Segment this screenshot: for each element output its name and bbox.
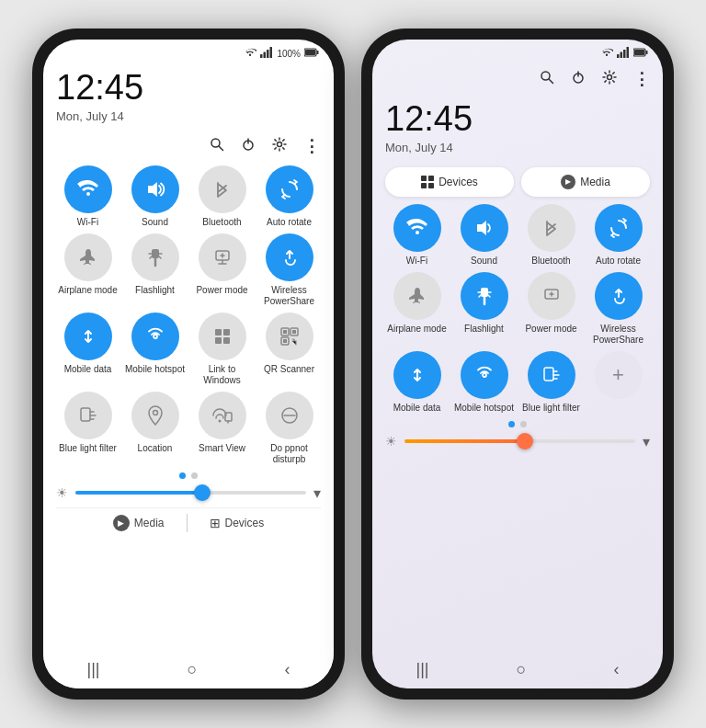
devices-grid-icon-left: ⊞ (210, 516, 221, 530)
nav-recent-right[interactable]: ‹ (613, 660, 619, 679)
qs-smartview-left[interactable]: Smart View (190, 392, 254, 465)
qs-wifi-right[interactable]: Wi-Fi (385, 204, 449, 267)
svg-rect-5 (305, 50, 315, 55)
qs-sound-label-left: Sound (142, 217, 168, 228)
toolbar-right: ⋮ (385, 63, 650, 95)
qs-autorotate-right[interactable]: Auto rotate (586, 204, 650, 267)
nav-back-left[interactable]: ||| (87, 660, 100, 679)
qs-location-left[interactable]: Location (123, 392, 187, 465)
qs-flashlight-left[interactable]: Flashlight (123, 233, 187, 307)
svg-rect-15 (215, 329, 222, 336)
more-icon-right[interactable]: ⋮ (633, 69, 650, 89)
qs-airplane-label-right: Airplane mode (387, 324, 446, 335)
wifi-icon (244, 48, 256, 59)
tab-devices-right[interactable]: Devices (385, 167, 514, 197)
qs-dnd-label-left: Do ppnot disturpb (257, 443, 321, 465)
svg-rect-24 (283, 339, 287, 343)
media-btn-left[interactable]: ▶ Media (113, 515, 165, 531)
nav-back-right[interactable]: ||| (416, 660, 429, 679)
wifi-icon-right (600, 48, 613, 59)
svg-rect-33 (623, 50, 626, 58)
svg-rect-34 (627, 47, 630, 58)
more-icon-left[interactable]: ⋮ (303, 136, 321, 156)
qs-qr-left[interactable]: QR Scanner (257, 313, 321, 386)
search-icon-right[interactable] (540, 70, 554, 88)
phone-left: 100% 12:45 Mon, July 14 (32, 28, 345, 700)
brightness-icon-left: ☀ (56, 485, 68, 500)
devices-btn-left[interactable]: ⊞ Devices (210, 516, 265, 530)
qs-mobiledata-right[interactable]: Mobile data (385, 351, 449, 414)
qs-link-label-left: Link to Windows (190, 364, 254, 386)
media-devices-bar-left: ▶ Media ⊞ Devices (56, 507, 321, 538)
status-bar-right (372, 40, 663, 63)
settings-icon-right[interactable] (602, 70, 617, 88)
qs-powermode-label-left: Power mode (196, 285, 247, 296)
power-icon-right[interactable] (571, 70, 586, 88)
qs-grid-row3-right: Mobile data Mobile hotspot Blue light fi… (385, 351, 650, 414)
svg-point-42 (608, 75, 612, 80)
svg-rect-1 (264, 52, 267, 59)
svg-rect-46 (428, 183, 434, 188)
nav-home-right[interactable]: ○ (517, 660, 527, 679)
qs-link-left[interactable]: Link to Windows (190, 313, 254, 386)
qs-hotspot-left[interactable]: Mobile hotspot (123, 313, 187, 386)
qs-autorotate-label-right: Auto rotate (596, 256, 641, 267)
qs-sound-right[interactable]: Sound (452, 204, 516, 267)
qs-wifi-left[interactable]: Wi-Fi (56, 165, 120, 228)
battery-text: 100% (277, 49, 301, 59)
tab-media-right[interactable]: ▶ Media (521, 167, 650, 197)
qs-plus-right[interactable]: + (586, 351, 650, 414)
qs-wifi-label-right: Wi-Fi (406, 256, 427, 267)
qs-bluetooth-left[interactable]: Bluetooth (190, 165, 254, 228)
search-icon-left[interactable] (210, 137, 224, 155)
svg-rect-50 (544, 368, 553, 381)
tab-media-label-right: Media (580, 176, 610, 188)
qs-autorotate-left[interactable]: Auto rotate (257, 165, 321, 228)
nav-recent-left[interactable]: ‹ (284, 660, 290, 679)
qs-wps-right[interactable]: Wireless PowerShare (586, 272, 650, 346)
svg-rect-13 (152, 249, 159, 258)
nav-bar-right: ||| ○ ‹ (372, 654, 663, 688)
qs-location-label-left: Location (138, 443, 173, 454)
qs-airplane-right[interactable]: Airplane mode (385, 272, 449, 346)
nav-bar-left: ||| ○ ‹ (43, 654, 334, 688)
svg-rect-36 (634, 50, 644, 55)
brightness-expand-left[interactable]: ▾ (313, 484, 321, 502)
signal-icon-right (617, 47, 630, 60)
qs-wps-left[interactable]: Wireless PowerShare (257, 233, 321, 307)
panel-content-left: 12:45 Mon, July 14 ⋮ (43, 63, 334, 654)
tab-devices-label-right: Devices (438, 176, 478, 188)
svg-line-39 (549, 79, 553, 84)
svg-point-27 (218, 419, 221, 422)
brightness-slider-left[interactable] (75, 491, 306, 495)
battery-icon-right (633, 48, 648, 59)
qs-sound-left[interactable]: Sound (123, 165, 187, 228)
clock-area-left: 12:45 Mon, July 14 (56, 63, 321, 131)
qs-grid-left: Wi-Fi Sound Bluetooth Auto rotate (56, 165, 321, 465)
qs-bluelight-right[interactable]: Blue light filter (519, 351, 583, 414)
svg-line-8 (219, 146, 223, 151)
qs-powermode-right[interactable]: Power mode (519, 272, 583, 346)
brightness-expand-right[interactable]: ▾ (643, 433, 650, 450)
clock-area-right: 12:45 Mon, July 14 (385, 95, 650, 162)
brightness-slider-right[interactable] (404, 439, 635, 443)
pagination-dots-left (56, 472, 321, 479)
qs-hotspot-right[interactable]: Mobile hotspot (452, 351, 516, 414)
qs-bluetooth-right[interactable]: Bluetooth (519, 204, 583, 267)
screen-right: ⋮ 12:45 Mon, July 14 Devices ▶ Media (372, 40, 663, 688)
qs-mobiledata-left[interactable]: Mobile data (56, 313, 120, 386)
nav-home-left[interactable]: ○ (188, 660, 198, 679)
qs-airplane-left[interactable]: Airplane mode (56, 233, 120, 307)
qs-grid-row2-right: Airplane mode Flashlight Power mode Wire… (385, 272, 650, 346)
brightness-icon-right: ☀ (385, 434, 397, 449)
svg-rect-6 (317, 51, 319, 54)
qs-powermode-left[interactable]: Power mode (190, 233, 254, 307)
qs-flashlight-right[interactable]: Flashlight (452, 272, 516, 346)
qs-bluelight-label-left: Blue light filter (59, 443, 117, 454)
dot-1-left (179, 472, 186, 479)
settings-icon-left[interactable] (272, 137, 287, 155)
qs-bluelight-left[interactable]: Blue light filter (56, 392, 120, 465)
power-icon-left[interactable] (241, 137, 256, 155)
qs-dnd-left[interactable]: Do ppnot disturpb (257, 392, 321, 465)
clock-date-right: Mon, July 14 (385, 141, 650, 154)
